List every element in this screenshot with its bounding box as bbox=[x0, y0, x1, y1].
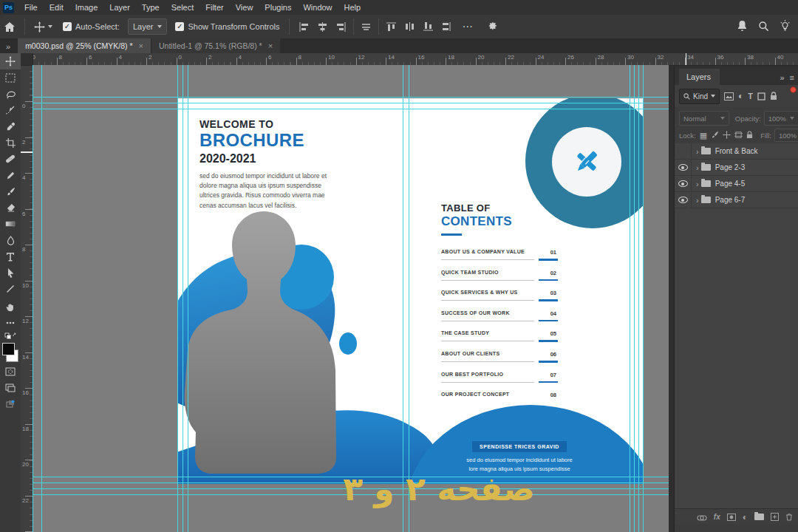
document-spread[interactable]: WELCOME TO BROCHURE 2020-2021 sed do eiu… bbox=[177, 98, 643, 484]
delete-layer-icon[interactable] bbox=[785, 511, 793, 524]
lock-pixels-icon[interactable] bbox=[711, 131, 719, 140]
foreground-background-colors[interactable] bbox=[0, 341, 21, 364]
document-tab-active[interactable]: m0030.psd @ 25% (CMYK/8) * × bbox=[18, 38, 151, 53]
align-bottom-edges-icon[interactable] bbox=[419, 17, 437, 36]
menu-item-filter[interactable]: Filter bbox=[200, 0, 229, 15]
foreground-color-swatch[interactable] bbox=[2, 343, 15, 355]
quick-mask-mode[interactable] bbox=[0, 364, 21, 380]
menu-item-plugins[interactable]: Plugins bbox=[259, 0, 297, 15]
gradient-tool[interactable] bbox=[0, 216, 21, 232]
layer-name[interactable]: Page 2-3 bbox=[715, 163, 746, 171]
layer-row[interactable]: ›Page 4-5 bbox=[675, 176, 798, 192]
guide[interactable] bbox=[177, 65, 178, 532]
auto-select-checkbox[interactable]: ✓ Auto-Select: bbox=[59, 17, 123, 36]
type-tool[interactable] bbox=[0, 248, 21, 265]
brush-tool[interactable] bbox=[0, 183, 21, 200]
guide[interactable] bbox=[33, 65, 33, 532]
pencil-tool[interactable] bbox=[0, 167, 21, 183]
edit-toolbar-icon[interactable] bbox=[0, 315, 21, 331]
layer-visibility-empty[interactable] bbox=[675, 143, 692, 159]
align-left-edges-icon[interactable] bbox=[295, 17, 313, 36]
guide[interactable] bbox=[630, 65, 630, 532]
collapse-panels-icon[interactable]: » bbox=[0, 42, 18, 53]
menu-item-image[interactable]: Image bbox=[69, 0, 104, 15]
move-tool[interactable] bbox=[0, 53, 21, 69]
expand-group-chevron-icon[interactable]: › bbox=[696, 147, 699, 156]
swap-colors-icon[interactable] bbox=[0, 331, 21, 341]
guide[interactable] bbox=[638, 65, 639, 532]
gear-icon[interactable] bbox=[483, 17, 502, 36]
layer-visibility-eye-icon[interactable] bbox=[675, 160, 692, 175]
lock-artboard-icon[interactable] bbox=[734, 131, 743, 140]
new-adjustment-layer-icon[interactable]: ◐ bbox=[743, 512, 748, 522]
menu-item-window[interactable]: Window bbox=[297, 0, 338, 15]
panel-menu-icon[interactable]: ≡ bbox=[790, 73, 794, 82]
eyedropper-tool[interactable] bbox=[0, 118, 21, 134]
horizontal-ruler[interactable]: 1086420246810121416182022242628303234363… bbox=[21, 53, 798, 66]
layer-name[interactable]: Page 6-7 bbox=[715, 196, 746, 204]
workspace-extra-icon[interactable] bbox=[0, 396, 21, 412]
close-icon[interactable]: × bbox=[139, 41, 143, 50]
filter-kind-dropdown[interactable]: Kind bbox=[679, 89, 720, 104]
menu-item-edit[interactable]: Edit bbox=[44, 0, 69, 15]
lock-position-icon[interactable] bbox=[723, 131, 731, 140]
filter-shape-layers-icon[interactable] bbox=[757, 92, 765, 100]
layer-row[interactable]: ›Front & Back bbox=[675, 143, 798, 160]
lock-all-icon[interactable] bbox=[746, 131, 753, 140]
align-horizontal-centers-icon[interactable] bbox=[313, 17, 332, 36]
home-icon[interactable] bbox=[0, 17, 19, 36]
path-selection-tool[interactable] bbox=[0, 265, 21, 281]
fill-dropdown[interactable]: 100% bbox=[774, 129, 798, 142]
menu-item-help[interactable]: Help bbox=[338, 0, 367, 15]
layer-name[interactable]: Front & Back bbox=[715, 147, 758, 155]
layer-name[interactable]: Page 4-5 bbox=[715, 180, 746, 188]
filter-type-layers-icon[interactable]: T bbox=[748, 92, 753, 100]
distribute-vertical-icon[interactable] bbox=[437, 17, 455, 36]
lightbulb-icon[interactable] bbox=[780, 20, 791, 33]
layer-visibility-eye-icon[interactable] bbox=[675, 192, 692, 208]
menu-item-type[interactable]: Type bbox=[136, 0, 166, 15]
line-tool[interactable] bbox=[0, 281, 21, 297]
guide[interactable] bbox=[41, 65, 42, 532]
new-group-icon[interactable] bbox=[754, 514, 764, 520]
menu-item-select[interactable]: Select bbox=[166, 0, 200, 15]
link-layers-icon[interactable] bbox=[697, 511, 707, 524]
align-right-edges-icon[interactable] bbox=[332, 17, 350, 36]
align-distribute-icon[interactable] bbox=[357, 17, 375, 36]
collapse-panel-icon[interactable]: » bbox=[780, 73, 784, 82]
blend-mode-dropdown[interactable]: Normal bbox=[679, 111, 729, 126]
filter-smart-objects-icon[interactable] bbox=[770, 92, 777, 100]
menu-item-file[interactable]: File bbox=[18, 0, 44, 15]
expand-group-chevron-icon[interactable]: › bbox=[696, 180, 699, 188]
new-layer-icon[interactable] bbox=[771, 511, 779, 524]
close-icon[interactable]: × bbox=[268, 41, 273, 50]
healing-brush-tool[interactable] bbox=[0, 151, 21, 167]
distribute-horizontal-icon[interactable] bbox=[400, 17, 419, 36]
lock-transparency-icon[interactable]: ▦ bbox=[700, 131, 707, 140]
canvas-pasteboard[interactable]: WELCOME TO BROCHURE 2020-2021 sed do eiu… bbox=[33, 65, 669, 532]
guide[interactable] bbox=[33, 97, 669, 98]
auto-select-target-dropdown[interactable]: Layer bbox=[128, 18, 168, 35]
expand-group-chevron-icon[interactable]: › bbox=[696, 196, 699, 205]
menu-item-view[interactable]: View bbox=[230, 0, 259, 15]
filter-pixel-layers-icon[interactable] bbox=[724, 92, 734, 100]
menu-item-layer[interactable]: Layer bbox=[103, 0, 136, 15]
layer-visibility-eye-icon[interactable] bbox=[675, 176, 692, 191]
hand-tool[interactable] bbox=[0, 299, 21, 315]
blur-tool[interactable] bbox=[0, 232, 21, 248]
move-tool-options-icon[interactable] bbox=[30, 17, 56, 36]
guide[interactable] bbox=[643, 65, 644, 532]
expand-group-chevron-icon[interactable]: › bbox=[696, 163, 699, 172]
align-top-edges-icon[interactable] bbox=[382, 17, 400, 36]
guide[interactable] bbox=[183, 65, 183, 532]
crop-tool[interactable] bbox=[0, 134, 21, 151]
guide[interactable] bbox=[403, 65, 403, 532]
guide[interactable] bbox=[409, 65, 409, 532]
layer-row[interactable]: ›Page 6-7 bbox=[675, 192, 798, 208]
guide[interactable] bbox=[33, 103, 669, 103]
guide[interactable] bbox=[188, 65, 188, 532]
layers-tab[interactable]: Layers bbox=[679, 69, 720, 85]
opacity-dropdown[interactable]: 100% bbox=[764, 111, 798, 126]
ruler-origin-corner[interactable] bbox=[21, 53, 33, 66]
eraser-tool[interactable] bbox=[0, 200, 21, 216]
